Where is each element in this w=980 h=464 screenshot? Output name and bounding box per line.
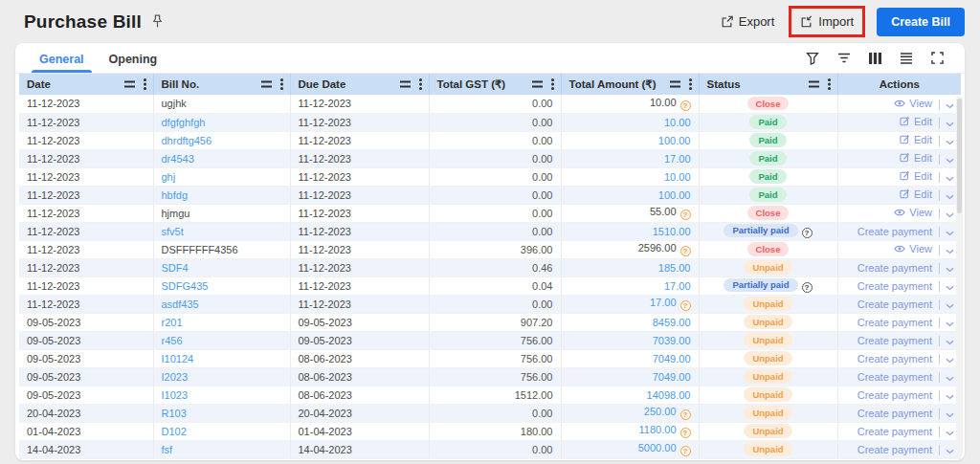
bill-number-link[interactable]: SDFG435 [162,280,209,292]
bill-number-link[interactable]: dfgfghfgh [162,117,206,128]
bill-number-link[interactable]: hbfdg [162,189,189,201]
total-amount-link[interactable]: 1510.00 [653,226,691,237]
fullscreen-icon[interactable] [931,52,944,64]
status-help-icon[interactable]: ? [802,282,813,293]
action-dropdown-chevron[interactable] [946,249,954,254]
action-dropdown-chevron[interactable] [946,267,954,273]
view-action-link[interactable]: View [894,98,932,109]
create-payment-action-link[interactable]: Create payment [858,317,932,328]
edit-action-link[interactable]: Edit [900,170,932,182]
total-amount-link[interactable]: 17.00 [664,153,691,165]
import-button[interactable]: Import [791,9,862,34]
column-filter-icon[interactable] [124,81,135,88]
edit-action-link[interactable]: Edit [900,152,932,164]
total-amount-link[interactable]: 17.00 [650,297,677,308]
total-amount-link[interactable]: 17.00 [664,280,691,292]
bill-number-link[interactable]: r201 [162,317,183,328]
amount-info-icon[interactable]: ? [680,210,691,220]
scrollbar-thumb[interactable] [957,99,962,213]
total-amount-link[interactable]: 1180.00 [639,424,677,435]
bill-number-link[interactable]: dr4543 [162,153,194,165]
bill-number-link[interactable]: r456 [162,335,183,346]
column-menu-icon[interactable] [144,83,146,86]
amount-info-icon[interactable]: ? [680,446,691,456]
create-payment-action-link[interactable]: Create payment [858,389,932,401]
create-payment-action-link[interactable]: Create payment [858,335,932,346]
action-dropdown-chevron[interactable] [946,394,954,400]
column-filter-icon[interactable] [670,81,680,88]
action-dropdown-chevron[interactable] [946,358,954,364]
amount-info-icon[interactable]: ? [680,246,691,256]
column-filter-icon[interactable] [532,81,543,88]
action-dropdown-chevron[interactable] [946,340,954,345]
total-amount-link[interactable]: 8459.00 [653,317,691,328]
action-dropdown-chevron[interactable] [946,194,954,200]
total-amount-link[interactable]: 250.00 [644,406,677,417]
column-filter-icon[interactable] [400,81,411,88]
columns-icon[interactable] [869,53,881,64]
column-menu-icon[interactable] [280,83,283,86]
action-dropdown-chevron[interactable] [946,231,954,236]
action-dropdown-chevron[interactable] [946,321,954,327]
view-action-link[interactable]: View [894,207,932,218]
vertical-scrollbar[interactable] [956,97,963,456]
bill-number-link[interactable]: I10124 [162,353,194,365]
create-payment-action-link[interactable]: Create payment [858,226,932,237]
action-dropdown-chevron[interactable] [946,176,954,182]
create-payment-action-link[interactable]: Create payment [858,371,932,383]
amount-info-icon[interactable]: ? [680,409,691,420]
create-payment-action-link[interactable]: Create payment [858,444,932,455]
column-filter-icon[interactable] [809,81,819,88]
create-payment-action-link[interactable]: Create payment [858,298,932,310]
bill-number-link[interactable]: I2023 [162,371,189,383]
amount-info-icon[interactable]: ? [680,100,691,111]
action-dropdown-chevron[interactable] [946,103,954,109]
create-payment-action-link[interactable]: Create payment [858,262,932,274]
edit-action-link[interactable]: Edit [900,188,932,200]
export-button[interactable]: Export [712,9,784,34]
row-density-icon[interactable] [900,53,913,64]
action-dropdown-chevron[interactable] [946,376,954,382]
create-payment-action-link[interactable]: Create payment [858,408,932,419]
column-menu-icon[interactable] [551,83,554,86]
column-menu-icon[interactable] [689,83,692,86]
view-action-link[interactable]: View [894,243,932,254]
total-amount-link[interactable]: 5000.00 [638,442,677,453]
bill-number-link[interactable]: asdf435 [162,298,199,310]
action-dropdown-chevron[interactable] [946,449,954,454]
total-amount-link[interactable]: 100.00 [658,189,691,201]
tab-opening[interactable]: Opening [97,43,170,73]
bill-number-link[interactable]: R103 [162,408,187,419]
amount-info-icon[interactable]: ? [680,428,691,438]
tab-general[interactable]: General [27,43,97,73]
column-menu-icon[interactable] [419,83,422,86]
filter-funnel-icon[interactable] [806,52,819,65]
action-dropdown-chevron[interactable] [946,431,954,436]
filter-lines-icon[interactable] [837,53,851,63]
total-amount-link[interactable]: 10.00 [664,171,691,183]
create-payment-action-link[interactable]: Create payment [858,280,932,292]
bill-number-link[interactable]: sfv5t [162,226,184,237]
bill-number-link[interactable]: dhrdftg456 [162,135,212,146]
total-amount-link[interactable]: 7039.00 [653,335,691,346]
total-amount-link[interactable]: 185.00 [658,262,691,274]
action-dropdown-chevron[interactable] [946,212,954,218]
total-amount-link[interactable]: 10.00 [664,117,691,128]
column-filter-icon[interactable] [261,81,272,88]
bill-number-link[interactable]: ghj [162,171,176,183]
bill-number-link[interactable]: SDF4 [162,262,189,274]
total-amount-link[interactable]: 14098.00 [647,389,691,401]
action-dropdown-chevron[interactable] [946,158,954,164]
bill-number-link[interactable]: fsf [162,444,173,455]
action-dropdown-chevron[interactable] [946,412,954,418]
status-help-icon[interactable]: ? [802,228,813,238]
create-payment-action-link[interactable]: Create payment [858,353,932,365]
edit-action-link[interactable]: Edit [900,134,932,145]
create-payment-action-link[interactable]: Create payment [858,426,932,437]
action-dropdown-chevron[interactable] [946,285,954,291]
total-amount-link[interactable]: 7049.00 [653,353,691,365]
edit-action-link[interactable]: Edit [900,116,932,127]
bill-number-link[interactable]: D102 [162,426,187,437]
pin-icon[interactable] [151,14,164,29]
total-amount-link[interactable]: 100.00 [658,135,691,146]
